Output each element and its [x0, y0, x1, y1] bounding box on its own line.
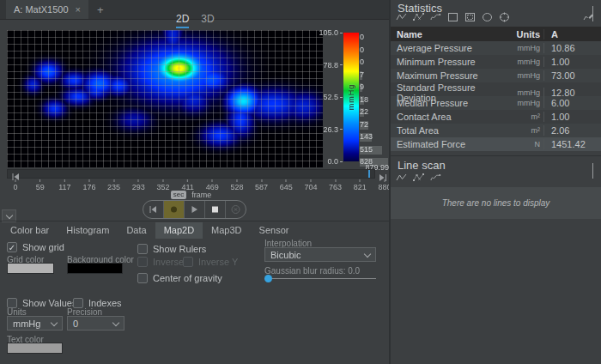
stat-name: Median Pressure [391, 98, 502, 108]
settings-tab-color-bar[interactable]: Color bar [2, 222, 58, 239]
stat-name: Contact Area [391, 112, 502, 122]
histogram-row: 515 [360, 145, 389, 155]
freehand-line-icon[interactable] [430, 12, 441, 22]
stat-units: m² [502, 126, 543, 135]
sec-unit-badge[interactable]: sec [171, 191, 186, 199]
stat-units: mmHg [502, 99, 543, 107]
table-row[interactable]: Standard Pressure DeviationmmHg12.80 [391, 82, 601, 96]
line-scan-title: Line scan [398, 159, 446, 172]
stat-name: Maximum Pressure [391, 70, 502, 81]
skip-start-button[interactable] [143, 201, 164, 218]
inverse-y-checkbox: Inverse Y [183, 257, 238, 267]
timeline-scrubber[interactable] [7, 169, 375, 179]
timeline-tick: 235 [107, 179, 120, 191]
histogram-row: 9 [360, 82, 389, 93]
show-grid-checkbox[interactable]: Show grid [7, 242, 64, 252]
settings-tab-map3d[interactable]: Map3D [203, 222, 250, 239]
rectangle-icon[interactable] [447, 12, 458, 22]
record-icon [168, 204, 179, 215]
document-tab[interactable]: A: MatX1500 × [6, 0, 88, 19]
histogram-row: 7 [360, 70, 389, 81]
stop-button[interactable] [205, 201, 226, 218]
checkbox-label: Show Rulers [153, 244, 206, 254]
interpolation-value: Bicubic [270, 250, 300, 260]
histogram-row: 22 [360, 107, 389, 118]
settings-tab-map2d[interactable]: Map2D [155, 222, 203, 239]
timeline-tick: 117 [58, 179, 70, 191]
units-value: mmHg [13, 318, 40, 329]
column-name: Name [391, 29, 502, 39]
tab-3d[interactable]: 3D [201, 13, 214, 28]
show-rulers-checkbox[interactable]: Show Rulers [137, 244, 206, 254]
slider-thumb[interactable] [264, 275, 272, 282]
chevron-down-icon [112, 318, 119, 325]
colorbar-tick: 52.5 [323, 93, 343, 101]
timeline-tick: 176 [82, 179, 95, 191]
pressure-heatmap-canvas[interactable] [7, 30, 323, 167]
checkbox-box [7, 242, 17, 252]
stat-value: 6.00 [543, 98, 601, 108]
colorbar-tick: 78.8 [323, 61, 343, 70]
table-row[interactable]: Total Aream²2.06 [391, 124, 601, 137]
colorbar-histogram: 00079182272143515828 [360, 30, 389, 164]
timeline-tick: 763 [329, 179, 342, 191]
stat-units: N [502, 140, 543, 149]
table-row[interactable]: Minimum PressuremmHg1.00 [391, 55, 601, 69]
settings-tab-histogram[interactable]: Histogram [58, 222, 118, 239]
skip-start-icon [148, 204, 159, 215]
record-button[interactable] [164, 201, 185, 218]
polyline-points-icon[interactable] [413, 12, 424, 22]
stat-units: mmHg [502, 44, 543, 52]
text-color-swatch[interactable] [7, 343, 63, 354]
settings-tab-sensor[interactable]: Sensor [251, 222, 298, 239]
chevron-down-icon [5, 211, 12, 218]
table-row[interactable]: Maximum PressuremmHg73.00 [391, 69, 601, 82]
polyline-icon[interactable] [396, 12, 407, 22]
map-settings-panel: Color barHistogramDataMap2DMap3DSensor S… [0, 221, 389, 364]
histogram-row: 0 [360, 33, 389, 43]
ellipse-icon[interactable] [482, 12, 493, 22]
side-panel: Statistics Name Units A Average Pressure… [389, 0, 601, 364]
checkbox-label: Center of gravity [153, 273, 222, 283]
checkbox-box [137, 273, 148, 283]
colorbar-gradient[interactable]: mmHg [343, 33, 359, 161]
table-row[interactable]: Contact Aream²1.00 [391, 110, 601, 124]
add-tab-button[interactable]: + [88, 0, 112, 19]
stat-value: 73.00 [543, 70, 601, 81]
units-select[interactable]: mmHg [7, 316, 63, 331]
table-row[interactable]: Estimated ForceN1451.42 [391, 137, 601, 151]
colorbar-tick: 26.3 [323, 125, 343, 134]
rectangle-marked-icon[interactable] [464, 12, 476, 22]
timeline-tick: 59 [36, 179, 45, 191]
chevron-down-icon [51, 318, 58, 325]
settings-tab-data[interactable]: Data [118, 222, 155, 239]
background-color-swatch[interactable] [67, 263, 123, 274]
histogram-row: 0 [360, 46, 389, 56]
ellipse-marked-icon[interactable] [499, 12, 510, 22]
play-button[interactable] [185, 201, 205, 218]
freehand-line-icon[interactable] [430, 173, 441, 183]
polyline-points-icon[interactable] [413, 173, 424, 183]
frame-unit-label[interactable]: frame [191, 191, 211, 199]
interpolation-select[interactable]: Bicubic [264, 247, 376, 262]
polyline-icon[interactable] [396, 173, 407, 183]
stat-value: 1.00 [543, 112, 601, 122]
stat-value: 10.86 [543, 43, 601, 53]
line-scan-collapse-icon[interactable] [592, 164, 593, 179]
precision-select[interactable]: 0 [67, 316, 124, 331]
stat-name: Average Pressure [391, 43, 502, 53]
close-tab-icon[interactable]: × [76, 4, 81, 15]
settings-tab-bar: Color barHistogramDataMap2DMap3DSensor [0, 222, 297, 239]
timeline-playhead[interactable] [368, 170, 370, 178]
table-row[interactable]: Average PressuremmHg10.86 [391, 41, 601, 55]
gaussian-blur-slider[interactable] [264, 275, 376, 283]
slider-track [264, 278, 376, 279]
edit-line-icon[interactable] [583, 12, 594, 22]
stat-units: m² [502, 112, 543, 121]
center-of-gravity-checkbox[interactable]: Center of gravity [137, 273, 222, 283]
stat-value: 1.00 [543, 57, 601, 67]
tab-2d[interactable]: 2D [176, 13, 189, 28]
table-row[interactable]: Median PressuremmHg6.00 [391, 96, 601, 110]
histogram-row: 72 [360, 120, 389, 130]
grid-color-swatch[interactable] [7, 263, 54, 274]
